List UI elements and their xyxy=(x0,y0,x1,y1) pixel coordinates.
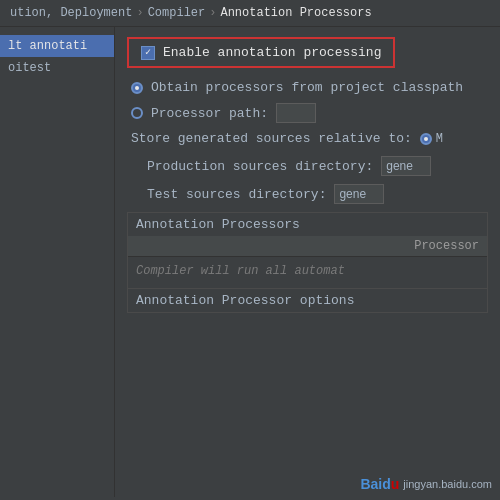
enable-checkbox[interactable]: ✓ xyxy=(141,46,155,60)
store-generated-row: Store generated sources relative to: M xyxy=(127,131,488,146)
obtain-option-label: Obtain processors from project classpath xyxy=(151,80,463,95)
annotation-processors-header: Annotation Processors xyxy=(128,213,487,236)
sidebar-item-project-test[interactable]: oitest xyxy=(0,57,114,79)
test-sources-label: Test sources directory: xyxy=(147,187,326,202)
sidebar: lt annotati oitest xyxy=(0,27,115,497)
store-radio-btn[interactable] xyxy=(420,133,432,145)
breadcrumb-sep-1: › xyxy=(136,6,143,20)
processors-table-header: Processor xyxy=(128,236,487,257)
obtain-radio[interactable] xyxy=(131,82,143,94)
processor-path-label: Processor path: xyxy=(151,106,268,121)
test-sources-input[interactable] xyxy=(334,184,384,204)
processors-note: Compiler will run all automat xyxy=(136,264,345,278)
breadcrumb-bar: ution, Deployment › Compiler › Annotatio… xyxy=(0,0,500,27)
store-m-label: M xyxy=(436,132,443,146)
test-sources-row: Test sources directory: xyxy=(127,184,488,204)
check-mark-icon: ✓ xyxy=(145,48,151,58)
store-generated-label: Store generated sources relative to: xyxy=(131,131,412,146)
enable-annotation-box[interactable]: ✓ Enable annotation processing xyxy=(127,37,395,68)
breadcrumb-compiler: Compiler xyxy=(148,6,206,20)
production-sources-row: Production sources directory: xyxy=(127,156,488,176)
breadcrumb-sep-2: › xyxy=(209,6,216,20)
production-sources-input[interactable] xyxy=(381,156,431,176)
breadcrumb-active: Annotation Processors xyxy=(220,6,371,20)
sidebar-item-default-annotation[interactable]: lt annotati xyxy=(0,35,114,57)
production-sources-label: Production sources directory: xyxy=(147,159,373,174)
content-area: ✓ Enable annotation processing Obtain pr… xyxy=(115,27,500,497)
enable-annotation-label: Enable annotation processing xyxy=(163,45,381,60)
watermark-site-label: jingyan.baidu.com xyxy=(403,478,492,490)
processor-path-radio[interactable] xyxy=(131,107,143,119)
watermark: Baidu jingyan.baidu.com xyxy=(360,476,492,492)
annotation-processor-options-header: Annotation Processor options xyxy=(128,288,487,312)
annotation-processors-section: Annotation Processors Processor Compiler… xyxy=(127,212,488,313)
store-radio-inline[interactable]: M xyxy=(420,132,443,146)
breadcrumb-start: ution, Deployment xyxy=(10,6,132,20)
sidebar-item-label-2: oitest xyxy=(8,61,51,75)
processor-path-row[interactable]: Processor path: xyxy=(127,103,488,123)
baidu-icon: Baidu xyxy=(360,476,399,492)
sidebar-item-label-1: lt annotati xyxy=(8,39,87,53)
processors-table-body: Compiler will run all automat xyxy=(128,257,487,284)
obtain-option-row[interactable]: Obtain processors from project classpath xyxy=(127,80,488,95)
processor-path-input[interactable] xyxy=(276,103,316,123)
